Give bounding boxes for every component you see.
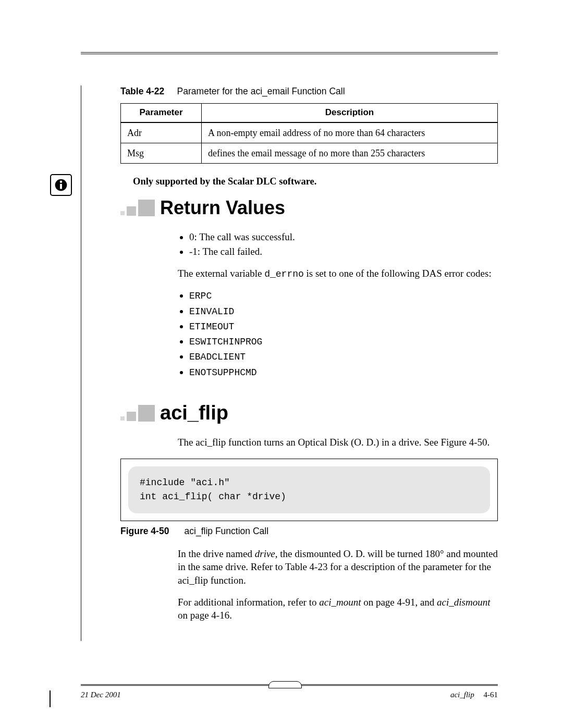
code-block: #include "aci.h" int aci_flip( char *dri… <box>128 466 490 513</box>
list-item: ERPC <box>189 289 498 302</box>
drive-ital: drive <box>255 548 275 559</box>
error-code-list: ERPC EINVALID ETIMEOUT ESWITCHINPROG EBA… <box>178 289 498 379</box>
list-item: EBADCLIENT <box>189 350 498 363</box>
return-values-list: 0: The call was successful. -1: The call… <box>178 230 498 258</box>
parameter-table: Parameter Description Adr A non-empty em… <box>120 103 498 164</box>
code-figure-frame: #include "aci.h" int aci_flip( char *dri… <box>120 459 498 521</box>
th-parameter: Parameter <box>121 103 202 122</box>
list-item: ENOTSUPPHCMD <box>189 365 498 379</box>
footer-section: aci_flip <box>450 690 474 699</box>
change-bar <box>50 690 51 707</box>
table-row: Msg defines the email message of no more… <box>121 143 498 163</box>
cell-desc: defines the email message of no more tha… <box>202 143 498 163</box>
svg-point-2 <box>60 180 63 183</box>
footer-page-number: 4-61 <box>484 690 498 699</box>
section-return-values: Return Values <box>120 195 498 221</box>
code-d_errno: d_errno <box>264 269 304 279</box>
list-item: ETIMEOUT <box>189 319 498 333</box>
table-caption: Table 4-22 Parameter for the aci_email F… <box>120 85 498 98</box>
list-item: EINVALID <box>189 304 498 318</box>
support-note: Only supported by the Scalar DLC softwar… <box>133 175 498 188</box>
heading-return-values: Return Values <box>160 195 285 221</box>
list-item: ESWITCHINPROG <box>189 335 498 348</box>
heading-aci-flip: aci_flip <box>160 400 228 426</box>
aci-flip-intro: The aci_flip function turns an Optical D… <box>178 436 498 449</box>
list-item: 0: The call was successful. <box>189 230 498 244</box>
heading-marker-icon <box>120 200 155 216</box>
cell-param: Msg <box>121 143 202 163</box>
left-vertical-rule <box>81 85 120 641</box>
table-caption-text: Parameter for the aci_email Function Cal… <box>177 86 345 96</box>
footer-date: 21 Dec 2001 <box>81 690 121 699</box>
section-aci-flip: aci_flip <box>120 400 498 426</box>
heading-marker-icon <box>120 405 155 422</box>
aci-flip-p2: In the drive named drive, the dismounted… <box>178 547 498 587</box>
th-description: Description <box>202 103 498 122</box>
figure-label: Figure 4-50 <box>120 526 169 536</box>
info-icon <box>50 174 72 196</box>
top-double-rule <box>81 52 498 54</box>
table-row: Adr A non-empty email address of no more… <box>121 122 498 143</box>
table-label: Table 4-22 <box>120 86 164 96</box>
cell-desc: A non-empty email address of no more tha… <box>202 122 498 143</box>
figure-caption: Figure 4-50 aci_flip Function Call <box>120 525 498 538</box>
aci-flip-p3: For additional information, refer to aci… <box>178 596 498 622</box>
figure-caption-text: aci_flip Function Call <box>185 526 268 536</box>
cell-param: Adr <box>121 122 202 143</box>
footer-tab-icon <box>268 681 302 688</box>
page-footer: 21 Dec 2001 aci_flip 4-61 <box>81 684 498 699</box>
list-item: -1: The call failed. <box>189 245 498 258</box>
errno-paragraph: The external variable d_errno is set to … <box>178 267 498 280</box>
svg-rect-1 <box>60 184 62 189</box>
